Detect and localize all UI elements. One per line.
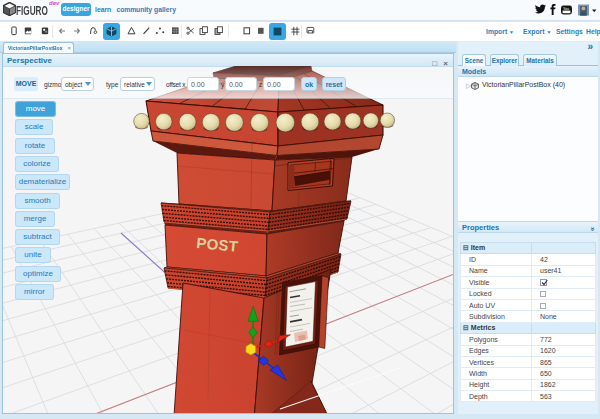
svg-text:You: You [563,7,569,11]
